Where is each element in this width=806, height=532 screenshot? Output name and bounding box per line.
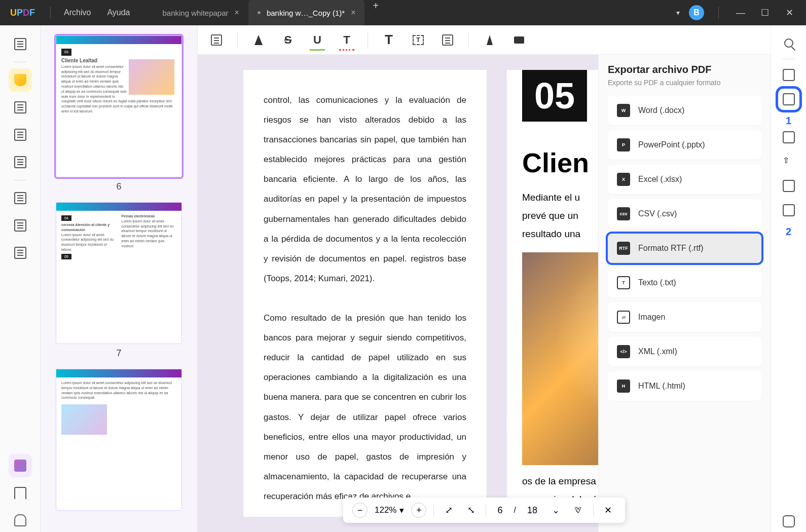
export-label: XML (.xml) — [638, 347, 677, 356]
txt-icon: T — [617, 276, 630, 289]
tab-active[interactable]: banking w…_Copy (1)* × — [248, 0, 365, 25]
text-tool[interactable]: T — [380, 31, 397, 49]
section-badge: 05 — [522, 70, 587, 122]
close-bar-button[interactable]: ✕ — [601, 503, 616, 518]
watermark-button[interactable] — [9, 241, 32, 264]
bookmark-button[interactable] — [9, 481, 32, 505]
zoom-out-button[interactable]: − — [352, 503, 368, 518]
last-page-button[interactable]: ⩔ — [571, 503, 586, 518]
export-label: CSV (.csv) — [638, 209, 677, 218]
divider — [593, 504, 594, 516]
export-xml[interactable]: </>XML (.xml) — [608, 337, 761, 366]
save-button[interactable] — [778, 200, 799, 221]
csv-icon: csv — [617, 207, 630, 220]
strikethrough-tool[interactable]: S — [279, 31, 297, 49]
image-icon: ▱ — [617, 311, 630, 324]
export-subtitle: Exporte su PDF a cualquier formato — [608, 79, 761, 87]
export-powerpoint[interactable]: PPowerPoint (.pptx) — [608, 130, 761, 160]
avatar[interactable]: B — [689, 5, 704, 20]
layers-button[interactable] — [9, 454, 32, 477]
textbox-tool[interactable]: T — [410, 31, 427, 49]
note-tool[interactable] — [208, 31, 225, 49]
minimize-button[interactable]: — — [733, 8, 748, 18]
badge: 03 — [61, 49, 71, 56]
export-csv[interactable]: csvCSV (.csv) — [608, 199, 761, 229]
export-html[interactable]: HHTML (.html) — [608, 371, 761, 401]
form-mode-button[interactable] — [9, 150, 32, 174]
search-icon — [784, 39, 793, 48]
next-page-button[interactable]: ⌄ — [548, 503, 564, 518]
page-tools-button[interactable] — [9, 186, 32, 210]
divider — [50, 7, 51, 19]
highlight-tool[interactable] — [250, 31, 267, 49]
thumbnail-page-7[interactable]: 04 cerveza Atención al cliente y comunic… — [56, 202, 182, 344]
page-sep: / — [514, 506, 516, 515]
titlebar: UPDF Archivo Ayuda banking whitepapar × … — [0, 0, 806, 25]
search-button[interactable] — [778, 32, 799, 54]
paperclip-icon — [14, 514, 26, 526]
page-current[interactable]: 6 — [493, 505, 506, 516]
export-excel[interactable]: XExcel (.xlsx) — [608, 165, 761, 194]
export-label: Formato RTF (.rtf) — [638, 244, 704, 253]
underline-icon: U — [313, 33, 321, 47]
share-button[interactable]: ⇧ — [778, 151, 799, 172]
comments-button[interactable] — [778, 511, 799, 532]
tab-inactive[interactable]: banking whitepapar × — [153, 0, 248, 25]
watermark-icon — [14, 247, 26, 259]
email-button[interactable] — [778, 175, 799, 197]
eraser-tool[interactable] — [510, 31, 528, 49]
close-button[interactable]: ✕ — [782, 7, 797, 18]
export-label: Excel (.xlsx) — [638, 175, 682, 184]
export-button[interactable] — [778, 89, 799, 110]
zoom-in-button[interactable]: + — [411, 503, 426, 518]
fit-width-button[interactable]: ⤡ — [463, 503, 479, 518]
divider — [783, 59, 795, 59]
menu-help[interactable]: Ayuda — [99, 8, 138, 17]
export-image[interactable]: ▱Imagen — [608, 302, 761, 332]
close-icon[interactable]: × — [351, 8, 355, 17]
export-label: PowerPoint (.pptx) — [638, 140, 705, 149]
organize-mode-button[interactable] — [9, 123, 32, 146]
close-icon[interactable]: × — [235, 8, 239, 17]
zoom-value[interactable]: 122% ▾ — [375, 505, 404, 516]
crop-button[interactable] — [9, 214, 32, 237]
fit-page-button[interactable]: ⤢ — [441, 503, 456, 518]
thumbnail-page-8[interactable]: Lorem ipsum dolor sit amet consectetur a… — [56, 369, 182, 511]
word-icon: W — [617, 104, 630, 117]
dropdown-dot-icon[interactable] — [258, 11, 261, 14]
app-body: 03 Cliente Lealtad Lorem ipsum dolor sit… — [0, 25, 806, 532]
left-rail — [0, 25, 41, 532]
squiggly-tool[interactable]: T — [338, 31, 355, 49]
divider — [433, 504, 434, 516]
add-tab-button[interactable]: + — [364, 0, 387, 25]
main-area: S U T T T control, las comunicaciones y … — [198, 25, 771, 532]
thumb-heading: cerveza Atención al cliente y comunicaci… — [61, 222, 117, 233]
excel-icon: X — [617, 173, 630, 186]
thumbnail-page-6[interactable]: 03 Cliente Lealtad Lorem ipsum dolor sit… — [56, 35, 182, 177]
html-icon: H — [617, 379, 630, 393]
right-rail: 1 ⇧ 2 — [771, 25, 806, 532]
ocr-button[interactable] — [778, 64, 799, 86]
badge: 05 — [61, 254, 71, 259]
callout-tool[interactable] — [439, 31, 456, 49]
pages-icon — [14, 129, 26, 141]
maximize-button[interactable]: ☐ — [757, 7, 773, 18]
comment-mode-button[interactable] — [9, 68, 32, 92]
underline-tool[interactable]: U — [309, 31, 326, 49]
attachment-button[interactable] — [9, 509, 32, 532]
menu-file[interactable]: Archivo — [56, 8, 99, 17]
export-label: HTML (.html) — [638, 382, 685, 391]
edit-mode-button[interactable] — [9, 96, 32, 119]
export-rtf[interactable]: RTFFormato RTF (.rtf) — [608, 234, 761, 263]
squiggly-icon: T — [343, 33, 350, 47]
paragraph: Como resultado de la presión que han ten… — [264, 308, 466, 506]
annotation-toolbar: S U T T T — [198, 25, 771, 55]
pencil-tool[interactable] — [481, 31, 498, 49]
export-text[interactable]: TTexto (.txt) — [608, 268, 761, 297]
chevron-down-icon[interactable]: ▾ — [676, 9, 680, 17]
chevron-down-icon: ▾ — [399, 505, 404, 516]
reader-mode-button[interactable] — [9, 32, 32, 56]
convert-button[interactable] — [778, 127, 799, 148]
strike-icon: S — [284, 33, 292, 47]
export-word[interactable]: WWord (.docx) — [608, 96, 761, 125]
